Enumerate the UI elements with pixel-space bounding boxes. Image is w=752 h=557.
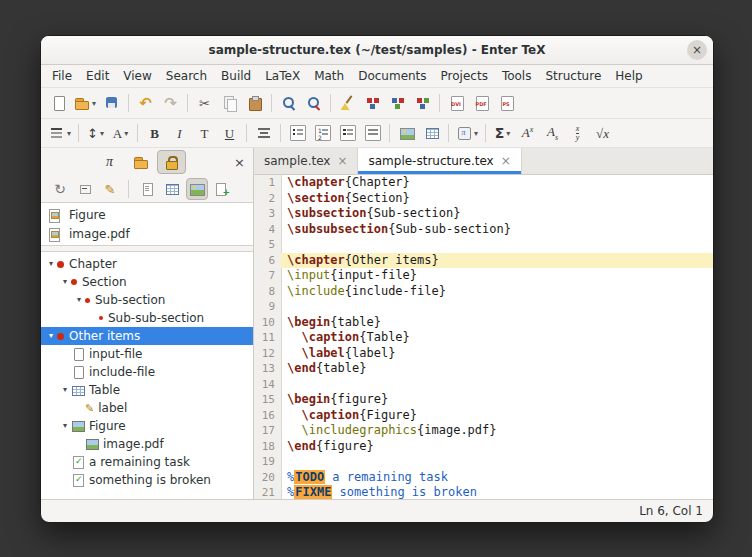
code-line[interactable]: 10\begin{table} xyxy=(254,315,713,331)
search-replace-button[interactable] xyxy=(301,90,326,116)
math-symbols-dropdown[interactable]: Σ▾ xyxy=(490,120,515,146)
enumerate-button[interactable] xyxy=(310,120,335,146)
code-line[interactable]: 20%TODO a remaining task xyxy=(254,470,713,486)
code-line[interactable]: 3\subsection{Sub-section} xyxy=(254,206,713,222)
collapse-all-button[interactable] xyxy=(74,178,96,200)
code-line[interactable]: 2\section{Section} xyxy=(254,191,713,207)
structure-tree-item[interactable]: ▾Other items xyxy=(41,327,253,345)
structure-tree-item[interactable]: image.pdf xyxy=(41,435,253,453)
menu-help[interactable]: Help xyxy=(608,67,649,85)
structure-tree-item[interactable]: something is broken xyxy=(41,471,253,489)
view-pdf-button[interactable] xyxy=(469,90,494,116)
menu-documents[interactable]: Documents xyxy=(351,67,433,85)
compile-latex-button[interactable] xyxy=(360,90,385,116)
new-document-button[interactable] xyxy=(46,90,71,116)
description-button[interactable] xyxy=(335,120,360,146)
expander-icon[interactable]: ▾ xyxy=(45,332,57,340)
code-line[interactable]: 12 \label{label} xyxy=(254,346,713,362)
font-size-dropdown[interactable]: A▾ xyxy=(108,120,133,146)
code-line[interactable]: 15\begin{figure} xyxy=(254,392,713,408)
code-line[interactable]: 1\chapter{Chapter} xyxy=(254,175,713,191)
show-tables-toggle[interactable] xyxy=(161,178,183,200)
show-images-toggle[interactable] xyxy=(186,178,208,200)
italic-button[interactable]: I xyxy=(167,120,192,146)
sqrt-button[interactable]: √x xyxy=(590,120,615,146)
tab-close-icon[interactable]: × xyxy=(337,154,347,168)
redo-button[interactable]: ↷ xyxy=(158,90,183,116)
show-includes-toggle[interactable] xyxy=(136,178,158,200)
code-line[interactable]: 14 xyxy=(254,377,713,393)
structure-list-item[interactable]: Figure xyxy=(41,205,253,224)
menu-edit[interactable]: Edit xyxy=(79,67,116,85)
structure-tree-item[interactable]: ▾Sub-section xyxy=(41,291,253,309)
code-line[interactable]: 19 xyxy=(254,454,713,470)
titlebar[interactable]: sample-structure.tex (~/test/samples) - … xyxy=(41,36,713,65)
expander-icon[interactable]: ▾ xyxy=(73,296,85,304)
paste-button[interactable] xyxy=(242,90,267,116)
insert-image-button[interactable] xyxy=(394,120,419,146)
menu-view[interactable]: View xyxy=(116,67,158,85)
file-browser-tab[interactable] xyxy=(126,150,155,174)
code-editor[interactable]: 1\chapter{Chapter}2\section{Section}3\su… xyxy=(254,175,713,499)
structure-tree-item[interactable]: include-file xyxy=(41,363,253,381)
underline-button[interactable]: U xyxy=(217,120,242,146)
code-line[interactable]: 18\end{figure} xyxy=(254,439,713,455)
copy-button[interactable] xyxy=(217,90,242,116)
math-environments-dropdown[interactable]: ▾ xyxy=(453,120,481,146)
side-panel-close-button[interactable]: × xyxy=(232,155,247,170)
superscript-button[interactable]: Ax xyxy=(515,120,540,146)
document-tab[interactable]: sample.tex× xyxy=(254,148,358,174)
bold-button[interactable]: B xyxy=(142,120,167,146)
code-line[interactable]: 9 xyxy=(254,299,713,315)
insert-table-button[interactable] xyxy=(419,120,444,146)
structure-list-item[interactable]: image.pdf xyxy=(41,224,253,243)
menu-search[interactable]: Search xyxy=(159,67,214,85)
code-line[interactable]: 7\input{input-file} xyxy=(254,268,713,284)
menu-file[interactable]: File xyxy=(45,67,79,85)
structure-tree-item[interactable]: ▾Table xyxy=(41,381,253,399)
menu-math[interactable]: Math xyxy=(307,67,351,85)
structure-tree-item[interactable]: a remaining task xyxy=(41,453,253,471)
expander-icon[interactable]: ▾ xyxy=(59,278,71,286)
menu-tools[interactable]: Tools xyxy=(495,67,539,85)
structure-tree-item[interactable]: ✎label xyxy=(41,399,253,417)
typewriter-button[interactable]: T xyxy=(192,120,217,146)
symbols-tab[interactable]: π xyxy=(95,150,124,174)
code-line[interactable]: 21%FIXME something is broken xyxy=(254,485,713,499)
code-line[interactable]: 11 \caption{Table} xyxy=(254,330,713,346)
spacing-dropdown[interactable]: ↕▾ xyxy=(83,120,108,146)
menu-structure[interactable]: Structure xyxy=(538,67,608,85)
show-labels-toggle[interactable]: ✎ xyxy=(99,178,121,200)
menu-latex[interactable]: LaTeX xyxy=(258,67,307,85)
open-button[interactable]: ▾ xyxy=(71,90,99,116)
tab-close-icon[interactable]: × xyxy=(501,154,511,168)
refresh-structure-button[interactable]: ↻ xyxy=(49,178,71,200)
code-line[interactable]: 6\chapter{Other items} xyxy=(254,253,713,269)
compile-pdflatex-button[interactable] xyxy=(385,90,410,116)
compile-bibtex-button[interactable] xyxy=(410,90,435,116)
center-environment-button[interactable] xyxy=(251,120,276,146)
structure-tree-item[interactable]: ▾Section xyxy=(41,273,253,291)
fraction-button[interactable]: xy xyxy=(565,120,590,146)
view-dvi-button[interactable] xyxy=(444,90,469,116)
expander-icon[interactable]: ▾ xyxy=(59,386,71,394)
list-environment-button[interactable] xyxy=(360,120,385,146)
window-close-button[interactable]: × xyxy=(687,40,707,60)
code-line[interactable]: 17 \includegraphics{image.pdf} xyxy=(254,423,713,439)
menu-build[interactable]: Build xyxy=(214,67,258,85)
expander-icon[interactable]: ▾ xyxy=(45,260,57,268)
cut-button[interactable]: ✂ xyxy=(192,90,217,116)
structure-tree-item[interactable]: ▾Figure xyxy=(41,417,253,435)
expander-icon[interactable]: ▾ xyxy=(59,422,71,430)
subscript-button[interactable]: As xyxy=(540,120,565,146)
structure-tree-item[interactable]: input-file xyxy=(41,345,253,363)
itemize-button[interactable] xyxy=(285,120,310,146)
menu-projects[interactable]: Projects xyxy=(434,67,495,85)
code-line[interactable]: 8\include{include-file} xyxy=(254,284,713,300)
structure-tab[interactable] xyxy=(157,150,186,174)
code-line[interactable]: 5 xyxy=(254,237,713,253)
search-button[interactable] xyxy=(276,90,301,116)
show-todos-toggle[interactable] xyxy=(211,178,233,200)
structure-tree-item[interactable]: ▾Chapter xyxy=(41,255,253,273)
save-button[interactable] xyxy=(99,90,124,116)
